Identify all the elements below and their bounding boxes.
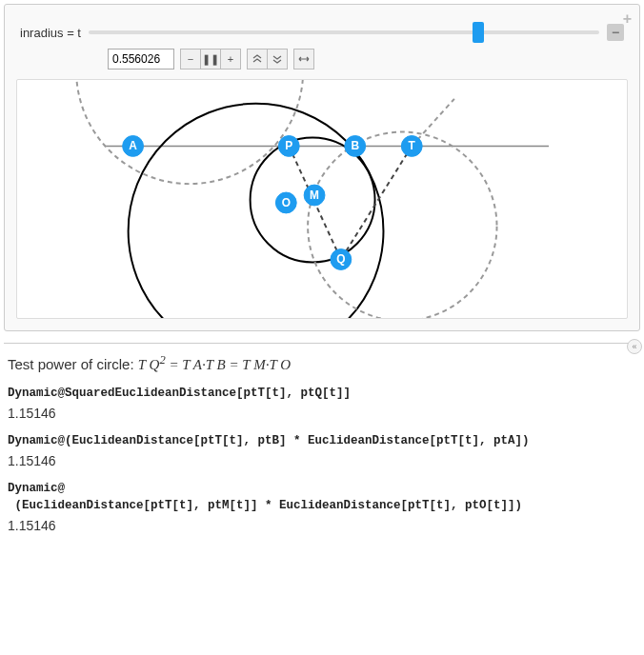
speed-group xyxy=(247,49,288,69)
inradius-slider[interactable] xyxy=(89,30,599,34)
playback-group: − ❚❚ + xyxy=(180,49,241,69)
eq-rhs: = T A·T B = T M·T O xyxy=(166,357,291,372)
point-A: A xyxy=(123,136,144,157)
dashed-circle-left xyxy=(76,80,303,184)
point-B: B xyxy=(345,136,366,157)
dashed-circle-right xyxy=(308,132,496,318)
svg-text:O: O xyxy=(282,196,291,209)
segment-tq xyxy=(341,146,412,259)
point-P: P xyxy=(278,136,299,157)
manipulate-panel: + inradius = t − − ❚❚ + xyxy=(4,4,640,331)
caption-text: Test power of circle: T Q2 = T A·T B = T… xyxy=(8,353,636,373)
expand-cell-button[interactable]: « xyxy=(627,339,642,354)
output-cell-1: 1.15146 xyxy=(8,406,636,421)
output-cell-3: 1.15146 xyxy=(8,518,636,533)
step-forward-button[interactable]: + xyxy=(220,49,241,69)
point-Q: Q xyxy=(331,249,352,270)
separator xyxy=(4,343,640,344)
point-M: M xyxy=(304,185,325,206)
step-back-button[interactable]: − xyxy=(180,49,201,69)
pause-button[interactable]: ❚❚ xyxy=(200,49,221,69)
caption-prefix: Test power of circle: xyxy=(8,356,138,372)
add-control-button[interactable]: + xyxy=(623,10,632,28)
collapse-button[interactable]: − xyxy=(607,24,624,41)
slider-row: inradius = t − xyxy=(20,24,624,41)
svg-text:P: P xyxy=(285,139,292,152)
output-cell-2: 1.15146 xyxy=(8,453,636,468)
input-cell-2[interactable]: Dynamic@(EuclideanDistance[ptT[t], ptB] … xyxy=(8,434,636,447)
input-cell-3b[interactable]: (EuclideanDistance[ptT[t], ptM[t]] * Euc… xyxy=(8,499,636,512)
direction-group xyxy=(293,49,314,69)
graphics-pane: A P B T O M Q xyxy=(16,79,628,319)
oscillate-button[interactable] xyxy=(293,49,314,69)
svg-text:B: B xyxy=(351,139,359,152)
svg-text:T: T xyxy=(409,139,416,152)
input-cell-3a[interactable]: Dynamic@ xyxy=(8,482,636,495)
inradius-field[interactable] xyxy=(108,49,174,69)
faster-button[interactable] xyxy=(247,49,268,69)
eq-lhs: T Q xyxy=(138,357,160,372)
point-O: O xyxy=(275,192,296,213)
slider-label: inradius = t xyxy=(20,26,81,40)
svg-text:M: M xyxy=(310,189,319,202)
circle-large xyxy=(129,104,384,318)
point-T: T xyxy=(401,136,422,157)
svg-text:Q: Q xyxy=(336,252,345,266)
slider-controls-row: − ❚❚ + xyxy=(108,49,624,69)
slower-button[interactable] xyxy=(267,49,288,69)
svg-text:A: A xyxy=(129,139,137,152)
geometry-diagram: A P B T O M Q xyxy=(17,80,627,318)
input-cell-1[interactable]: Dynamic@SquaredEuclideanDistance[ptT[t],… xyxy=(8,387,636,400)
